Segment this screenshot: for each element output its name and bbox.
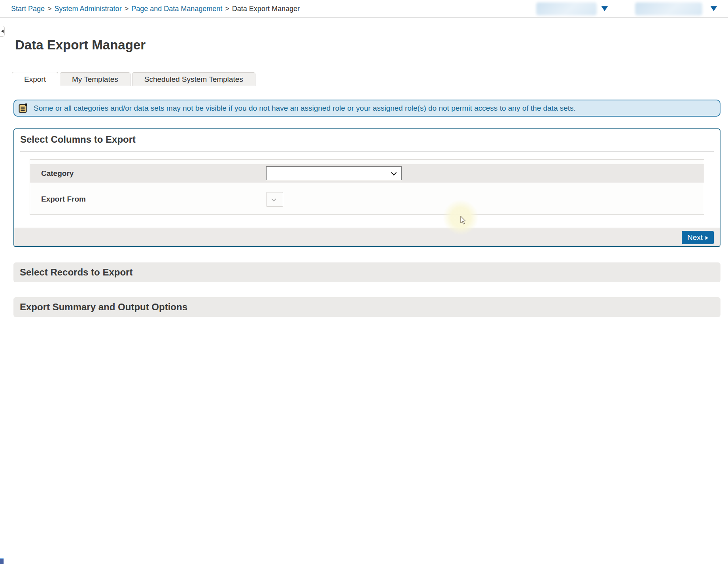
arrow-right-icon: [705, 236, 708, 240]
collapse-left-icon: [1, 30, 4, 33]
next-button-label: Next: [687, 233, 703, 242]
panel-divider: [20, 151, 714, 152]
chevron-down-icon: [271, 196, 276, 202]
tab-scheduled-system-templates[interactable]: Scheduled System Templates: [132, 72, 255, 86]
chevron-down-icon: [391, 170, 397, 175]
breadcrumb-separator: >: [225, 5, 229, 13]
breadcrumb-page-and-data-management[interactable]: Page and Data Management: [131, 5, 222, 13]
data-export-manager-page: Start Page > System Administrator > Page…: [0, 0, 728, 564]
breadcrumb-current-page: Data Export Manager: [232, 5, 300, 13]
breadcrumb-system-administrator[interactable]: System Administrator: [55, 5, 122, 13]
tab-my-templates[interactable]: My Templates: [60, 72, 130, 86]
section-title: Select Records to Export: [20, 267, 132, 278]
caret-down-icon[interactable]: [711, 6, 717, 11]
export-from-row: Export From: [30, 183, 704, 209]
page-title: Data Export Manager: [15, 38, 146, 53]
header-menu-redacted[interactable]: [635, 2, 702, 15]
export-form: Category Export From: [30, 159, 704, 215]
section-title: Export Summary and Output Options: [20, 302, 187, 313]
export-from-label: Export From: [30, 195, 266, 204]
notice-text: Some or all categories and/or data sets …: [34, 104, 576, 113]
section-export-summary[interactable]: Export Summary and Output Options: [13, 297, 720, 317]
export-from-select-disabled[interactable]: [266, 192, 283, 207]
section-select-records[interactable]: Select Records to Export: [13, 262, 720, 282]
notice-banner: Some or all categories and/or data sets …: [13, 100, 720, 117]
sidebar-collapse-handle[interactable]: [0, 26, 5, 37]
header-menu-redacted[interactable]: [536, 2, 597, 15]
panel-title: Select Columns to Export: [20, 134, 136, 145]
category-select[interactable]: [266, 166, 402, 180]
breadcrumb-separator: >: [125, 5, 129, 13]
next-button[interactable]: Next: [682, 231, 714, 244]
caret-down-icon[interactable]: [601, 6, 608, 11]
panel-footer: Next: [14, 228, 720, 246]
breadcrumb-start-page[interactable]: Start Page: [11, 5, 45, 13]
tab-bar: Export My Templates Scheduled System Tem…: [12, 72, 255, 86]
tab-bar-baseline: [6, 86, 12, 86]
breadcrumb-separator: >: [47, 5, 52, 13]
content-left-border: [1, 18, 1, 564]
breadcrumb: Start Page > System Administrator > Page…: [0, 0, 728, 18]
select-columns-panel: Select Columns to Export Category Export…: [13, 128, 720, 247]
category-row: Category: [30, 164, 704, 183]
scroll-corner-marker: [0, 558, 4, 564]
category-label: Category: [30, 169, 266, 178]
note-icon: [18, 103, 29, 113]
tab-export[interactable]: Export: [12, 72, 58, 86]
